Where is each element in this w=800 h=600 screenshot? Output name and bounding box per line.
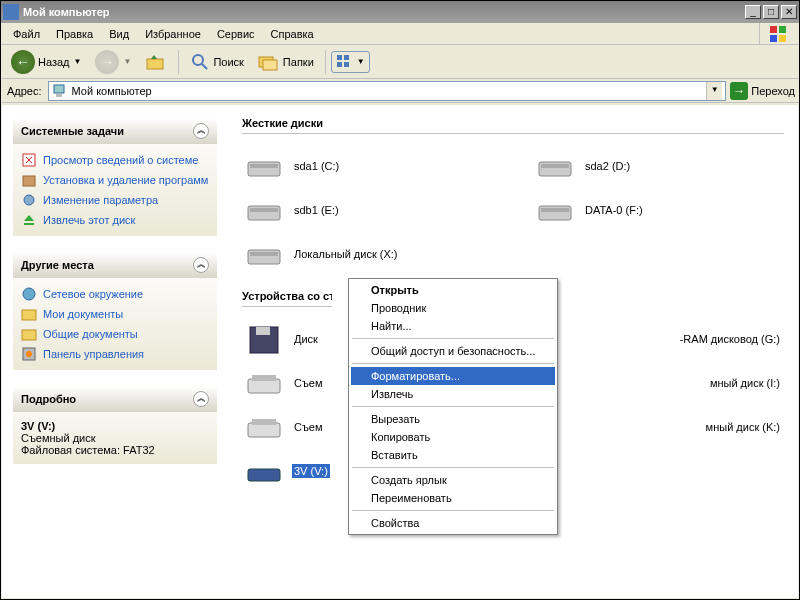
drive-item[interactable]: sda1 (C:) (242, 146, 493, 186)
panel-header-tasks[interactable]: Системные задачи ︽ (13, 118, 217, 144)
forward-button[interactable]: → ▼ (89, 46, 137, 78)
up-button[interactable] (139, 47, 173, 77)
close-button[interactable]: ✕ (781, 5, 797, 19)
chevron-down-icon[interactable]: ▼ (74, 57, 82, 66)
ctx-open[interactable]: Открыть (351, 281, 555, 299)
svg-rect-36 (248, 379, 280, 393)
panel-details: Подробно ︽ 3V (V:) Съемный диск Файловая… (12, 385, 218, 465)
drive-item[interactable]: sdb1 (E:) (242, 190, 493, 230)
ctx-find[interactable]: Найти... (351, 317, 555, 335)
views-icon (336, 54, 352, 70)
windows-logo-icon (759, 23, 795, 45)
hdd-icon (244, 236, 284, 272)
svg-rect-11 (337, 62, 342, 67)
main-view[interactable]: Жесткие диски sda1 (C:) sda2 (D:) sdb1 (… (228, 105, 798, 598)
box-icon (21, 172, 37, 188)
ctx-rename[interactable]: Переименовать (351, 489, 555, 507)
details-name: 3V (V:) (21, 420, 209, 432)
drive-item[interactable]: мный диск (I:) (533, 363, 784, 403)
hdd-icon (244, 148, 284, 184)
views-button[interactable]: ▼ (331, 51, 370, 73)
menu-help[interactable]: Справка (263, 26, 322, 42)
content-area: Системные задачи ︽ Просмотр сведений о с… (2, 105, 798, 598)
menu-view[interactable]: Вид (101, 26, 137, 42)
drive-item[interactable]: мный диск (K:) (533, 407, 784, 447)
back-button[interactable]: ← Назад ▼ (5, 46, 87, 78)
menu-file[interactable]: Файл (5, 26, 48, 42)
folder-icon (21, 306, 37, 322)
svg-rect-35 (256, 327, 270, 335)
svg-rect-9 (337, 55, 342, 60)
maximize-button[interactable]: □ (763, 5, 779, 19)
place-shared-docs[interactable]: Общие документы (21, 324, 209, 344)
menu-edit[interactable]: Правка (48, 26, 101, 42)
titlebar[interactable]: Мой компьютер _ □ ✕ (1, 1, 799, 23)
place-my-docs[interactable]: Мои документы (21, 304, 209, 324)
ctx-format[interactable]: Форматировать... (351, 367, 555, 385)
drive-item[interactable]: sda2 (D:) (533, 146, 784, 186)
sidebar: Системные задачи ︽ Просмотр сведений о с… (2, 105, 228, 598)
window-title: Мой компьютер (23, 6, 745, 18)
drive-item[interactable]: -RAM дисковод (G:) (533, 319, 784, 359)
setting-icon (21, 192, 37, 208)
svg-rect-13 (54, 85, 64, 93)
floppy-icon (244, 321, 284, 357)
svg-rect-38 (248, 423, 280, 437)
menu-favorites[interactable]: Избранное (137, 26, 209, 42)
menubar: Файл Правка Вид Избранное Сервис Справка (1, 23, 799, 45)
svg-rect-10 (344, 55, 349, 60)
panel-other-places: Другие места ︽ Сетевое окружение Мои док… (12, 251, 218, 371)
place-network[interactable]: Сетевое окружение (21, 284, 209, 304)
panel-header-details[interactable]: Подробно ︽ (13, 386, 217, 412)
address-dropdown[interactable]: ▼ (706, 82, 722, 100)
removable-icon (244, 409, 284, 445)
computer-icon (52, 83, 68, 99)
ctx-paste[interactable]: Вставить (351, 446, 555, 464)
back-arrow-icon: ← (11, 50, 35, 74)
hdd-icon (244, 192, 284, 228)
chevron-down-icon[interactable]: ▼ (123, 57, 131, 66)
info-icon (21, 152, 37, 168)
hdd-icon (535, 192, 575, 228)
svg-rect-8 (263, 60, 277, 70)
network-icon (21, 286, 37, 302)
folders-icon (258, 52, 280, 72)
place-control-panel[interactable]: Панель управления (21, 344, 209, 364)
explorer-window: Мой компьютер _ □ ✕ Файл Правка Вид Избр… (0, 0, 800, 600)
eject-icon (21, 212, 37, 228)
svg-point-17 (24, 195, 34, 205)
svg-point-5 (193, 55, 203, 65)
chevron-up-icon: ︽ (193, 257, 209, 273)
context-menu: Открыть Проводник Найти... Общий доступ … (348, 278, 558, 535)
ctx-sharing[interactable]: Общий доступ и безопасность... (351, 342, 555, 360)
search-button[interactable]: Поиск (184, 48, 249, 76)
drive-item[interactable]: Локальный диск (X:) (242, 234, 493, 274)
minimize-button[interactable]: _ (745, 5, 761, 19)
task-system-info[interactable]: Просмотр сведений о системе (21, 150, 209, 170)
go-button[interactable]: → Переход (730, 82, 795, 100)
folder-up-icon (145, 51, 167, 73)
svg-rect-33 (250, 252, 278, 256)
svg-rect-14 (56, 94, 62, 97)
task-change-setting[interactable]: Изменение параметра (21, 190, 209, 210)
ctx-copy[interactable]: Копировать (351, 428, 555, 446)
address-input[interactable]: Мой компьютер ▼ (48, 81, 727, 101)
svg-point-23 (26, 351, 32, 357)
search-icon (190, 52, 210, 72)
panel-header-other[interactable]: Другие места ︽ (13, 252, 217, 278)
chevron-down-icon: ▼ (357, 57, 365, 66)
hdd-icon (535, 148, 575, 184)
menu-tools[interactable]: Сервис (209, 26, 263, 42)
task-add-remove[interactable]: Установка и удаление программ (21, 170, 209, 190)
svg-rect-25 (250, 164, 278, 168)
details-fs: Файловая система: FAT32 (21, 444, 209, 456)
ctx-properties[interactable]: Свойства (351, 514, 555, 532)
ctx-shortcut[interactable]: Создать ярлык (351, 471, 555, 489)
ctx-eject[interactable]: Извлечь (351, 385, 555, 403)
panel-system-tasks: Системные задачи ︽ Просмотр сведений о с… (12, 117, 218, 237)
ctx-explorer[interactable]: Проводник (351, 299, 555, 317)
task-eject-disk[interactable]: Извлечь этот диск (21, 210, 209, 230)
folders-button[interactable]: Папки (252, 48, 320, 76)
ctx-cut[interactable]: Вырезать (351, 410, 555, 428)
drive-item[interactable]: DATA-0 (F:) (533, 190, 784, 230)
